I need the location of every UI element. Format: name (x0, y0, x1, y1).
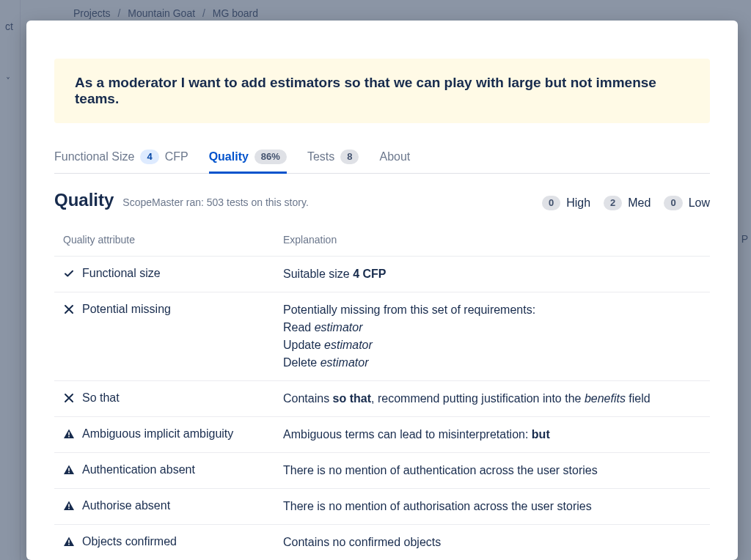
check-icon (63, 268, 75, 279)
svg-rect-0 (68, 432, 70, 435)
col-attribute: Quality attribute (63, 234, 283, 246)
svg-rect-2 (68, 468, 70, 471)
severity-high-label: High (566, 196, 590, 210)
tab-suffix: CFP (165, 150, 188, 163)
explanation-cell: Suitable size 4 CFP (283, 265, 701, 283)
tab-label: About (379, 150, 410, 163)
explanation-cell: There is no mention of authentication ac… (283, 462, 701, 479)
table-row: Functional size Suitable size 4 CFP (54, 257, 710, 292)
tabs-bar: Functional Size 4 CFP Quality 86% Tests … (54, 144, 710, 174)
svg-rect-5 (68, 508, 70, 509)
attribute-name: Functional size (82, 265, 161, 281)
severity-low-label: Low (689, 196, 710, 210)
quality-table: Quality attribute Explanation Functional… (54, 228, 710, 560)
warning-icon (63, 464, 75, 476)
explanation-cell: Contains so that, recommend putting just… (283, 390, 701, 408)
table-header: Quality attribute Explanation (54, 228, 710, 257)
quality-heading: Quality (54, 190, 114, 210)
table-row: Authorise absent There is no mention of … (54, 489, 710, 525)
badge-quality-pct: 86% (254, 150, 287, 164)
x-icon (63, 303, 75, 315)
attribute-name: Ambiguous implicit ambiguity (82, 426, 233, 442)
severity-med-count: 2 (604, 196, 622, 210)
severity-counts: 0 High 2 Med 0 Low (542, 196, 710, 210)
attribute-name: Authentication absent (82, 462, 195, 478)
quality-subtitle: ScopeMaster ran: 503 tests on this story… (122, 196, 308, 208)
table-row: Authentication absent There is no mentio… (54, 453, 710, 489)
tab-quality[interactable]: Quality 86% (209, 144, 287, 174)
attribute-name: Objects confirmed (82, 534, 177, 550)
attribute-name: So that (82, 390, 120, 406)
col-explanation: Explanation (283, 234, 701, 246)
severity-high-count: 0 (542, 196, 560, 210)
x-icon (63, 392, 75, 404)
attribute-name: Authorise absent (82, 498, 170, 514)
tab-functional-size[interactable]: Functional Size 4 CFP (54, 144, 188, 174)
svg-rect-1 (68, 436, 70, 438)
explanation-cell: Ambiguous terms can lead to misinterpret… (283, 426, 701, 443)
warning-icon (63, 536, 75, 548)
table-row: Ambiguous implicit ambiguity Ambiguous t… (54, 417, 710, 453)
warning-icon (63, 428, 75, 440)
quality-modal: As a moderator I want to add estimators … (26, 21, 738, 560)
user-story-banner: As a moderator I want to add estimators … (54, 59, 710, 123)
badge-cfp: 4 (140, 150, 158, 164)
tab-tests[interactable]: Tests 8 (307, 144, 359, 174)
table-row: Potential missing Potentially missing fr… (54, 292, 710, 381)
table-row: Objects confirmed Contains no confirmed … (54, 525, 710, 560)
tab-label: Tests (307, 150, 334, 163)
severity-low-count: 0 (664, 196, 682, 210)
tab-about[interactable]: About (379, 144, 410, 173)
svg-rect-3 (68, 472, 70, 474)
explanation-cell: Contains no confirmed objects (283, 534, 701, 551)
tab-label: Functional Size (54, 150, 134, 163)
warning-icon (63, 500, 75, 512)
svg-rect-6 (68, 540, 70, 543)
svg-rect-4 (68, 504, 70, 507)
explanation-cell: Potentially missing from this set of req… (283, 301, 701, 372)
severity-med-label: Med (628, 196, 651, 210)
svg-rect-7 (68, 544, 70, 545)
table-row: So that Contains so that, recommend putt… (54, 381, 710, 417)
tab-label: Quality (209, 150, 249, 163)
badge-tests-count: 8 (340, 150, 359, 164)
quality-section-header: Quality ScopeMaster ran: 503 tests on th… (54, 190, 710, 210)
explanation-cell: There is no mention of authorisation acr… (283, 498, 701, 515)
attribute-name: Potential missing (82, 301, 171, 317)
